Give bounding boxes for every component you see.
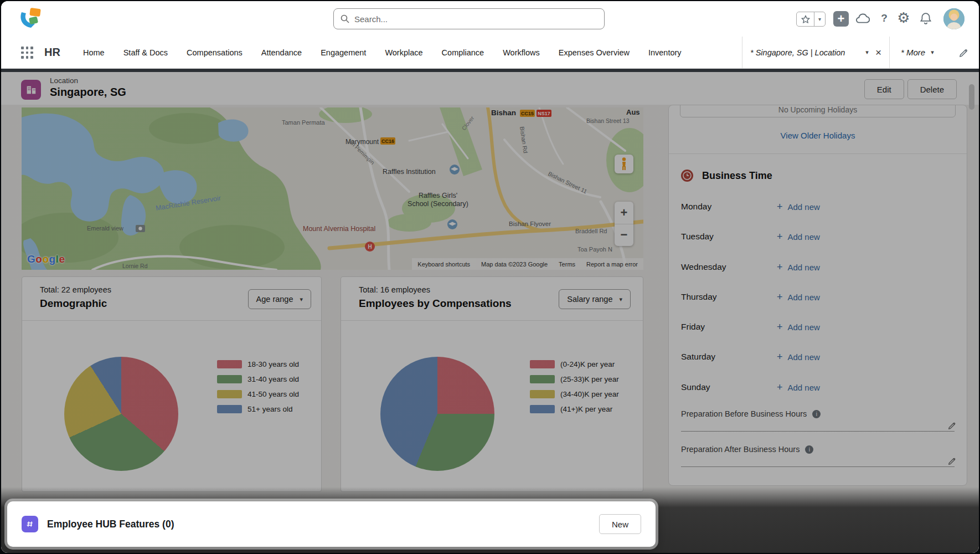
favorites-dropdown-icon[interactable]: ▾: [814, 12, 825, 26]
tab-compliance[interactable]: Compliance: [442, 48, 484, 57]
legend-label: (41+)K per year: [560, 405, 612, 413]
day-row-sunday: Sunday +Add new: [681, 381, 955, 393]
business-time-panel: No Upcoming Holidays View Older Holidays…: [668, 105, 967, 486]
map-label: Mount Alvernia Hospital: [303, 225, 375, 233]
legend-label: (34-40)K per year: [560, 390, 619, 398]
add-new-friday[interactable]: +Add new: [777, 322, 820, 332]
tab-dropdown-chevron-icon[interactable]: ▾: [865, 49, 869, 56]
add-new-thursday[interactable]: +Add new: [777, 292, 820, 302]
map-label: Bishan: [491, 109, 516, 117]
tab-workflows[interactable]: Workflows: [503, 48, 540, 57]
compensation-chart-card: Total: 16 employees Employees by Compens…: [341, 276, 643, 492]
record-type-label: Location: [50, 76, 126, 85]
chevron-down-icon: ▾: [300, 296, 303, 303]
map-label: Raffles Institution: [383, 168, 436, 176]
app-launcher-icon[interactable]: [21, 47, 34, 59]
map-road-label: Bishan Street 13: [586, 117, 630, 124]
tab-compensations[interactable]: Compensations: [187, 48, 243, 57]
prep-after-field[interactable]: [681, 466, 955, 467]
school-icon[interactable]: [450, 165, 460, 175]
legend-label: (0-24)K per year: [560, 360, 615, 368]
favorite-star-icon[interactable]: [797, 12, 814, 26]
global-header: ▾ + ? ⚙: [1, 1, 979, 37]
day-row-saturday: Saturday +Add new: [681, 351, 955, 363]
nav-tabs: Home Staff & Docs Compensations Attendan…: [83, 37, 682, 68]
app-logo-icon[interactable]: [18, 7, 43, 30]
report-map-error-link[interactable]: Report a map error: [586, 261, 638, 268]
add-new-sunday[interactable]: +Add new: [777, 382, 820, 392]
tab-attendance[interactable]: Attendance: [261, 48, 302, 57]
tab-engagement[interactable]: Engagement: [321, 48, 366, 57]
more-tabs-menu[interactable]: * More ▾: [901, 37, 934, 68]
google-map[interactable]: Taman Permata Clover Marymount Jln Pemim…: [22, 107, 643, 270]
app-name: HR: [44, 37, 60, 68]
edit-navigation-pencil-icon[interactable]: [959, 48, 969, 58]
plus-icon: +: [777, 382, 783, 392]
notifications-bell-icon[interactable]: [918, 11, 933, 25]
legend-swatch: [217, 360, 242, 368]
setup-gear-icon[interactable]: ⚙: [895, 8, 912, 27]
salary-range-dropdown[interactable]: Salary range ▾: [559, 289, 631, 309]
edit-pencil-icon[interactable]: [948, 421, 957, 430]
location-building-icon: [21, 80, 41, 100]
cc15-badge: CC15: [521, 111, 534, 116]
hospital-icon[interactable]: H: [365, 242, 375, 252]
info-icon[interactable]: i: [805, 445, 813, 454]
new-button[interactable]: New: [599, 514, 641, 534]
add-new-wednesday[interactable]: +Add new: [777, 262, 820, 272]
business-time-clock-icon: [680, 168, 694, 183]
street-view-pegman-icon[interactable]: [615, 155, 633, 173]
google-logo[interactable]: Google: [27, 253, 65, 265]
school-icon[interactable]: [447, 219, 457, 229]
page-title: Singapore, SG: [50, 86, 126, 99]
search-input[interactable]: [354, 14, 597, 24]
plus-icon: +: [777, 292, 783, 302]
day-row-monday: Monday +Add new: [681, 201, 955, 213]
legend-swatch: [217, 390, 242, 398]
edit-button[interactable]: Edit: [864, 79, 904, 99]
zoom-out-button[interactable]: −: [615, 224, 633, 247]
delete-button[interactable]: Delete: [907, 79, 957, 99]
add-new-monday[interactable]: +Add new: [777, 202, 820, 212]
tab-home[interactable]: Home: [83, 48, 105, 57]
user-avatar[interactable]: [943, 8, 964, 29]
cloud-icon[interactable]: [854, 13, 871, 25]
view-older-holidays-link[interactable]: View Older Holidays: [669, 131, 967, 140]
map-label: Braddell Rd: [575, 228, 607, 234]
age-range-dropdown[interactable]: Age range ▾: [248, 289, 311, 309]
tab-expenses-overview[interactable]: Expenses Overview: [559, 48, 630, 57]
day-row-friday: Friday +Add new: [681, 321, 955, 333]
demographic-title: Demographic: [40, 297, 107, 310]
info-icon[interactable]: i: [812, 410, 821, 418]
compensation-legend: (0-24)K per year (25-33)K per year (34-4…: [530, 359, 619, 419]
add-new-tuesday[interactable]: +Add new: [777, 232, 820, 242]
global-actions-plus-icon[interactable]: +: [833, 11, 849, 27]
tab-singapore-location-active[interactable]: * Singapore, SG | Location ▾ ×: [742, 37, 890, 68]
map-data-credit: Map data ©2023 Google: [481, 261, 548, 268]
legend-swatch: [217, 375, 242, 383]
map-label: Raffles Girls': [419, 192, 457, 199]
active-tab-label: * Singapore, SG | Location: [750, 48, 859, 57]
scrollbar-thumb[interactable]: [969, 84, 974, 110]
camera-viewpoint-icon[interactable]: [136, 225, 145, 232]
app-navigation: HR Home Staff & Docs Compensations Atten…: [1, 37, 979, 69]
edit-pencil-icon[interactable]: [948, 456, 957, 465]
tab-workplace[interactable]: Workplace: [385, 48, 422, 57]
more-label: * More: [901, 48, 925, 57]
zoom-in-button[interactable]: +: [615, 202, 633, 224]
no-upcoming-holidays-box: No Upcoming Holidays: [680, 105, 956, 117]
add-new-saturday[interactable]: +Add new: [777, 352, 820, 362]
prep-before-field[interactable]: [681, 431, 955, 432]
record-header: Location Singapore, SG Edit Delete: [1, 69, 979, 105]
map-label: Taman Permata: [282, 119, 326, 126]
help-icon[interactable]: ?: [877, 11, 891, 26]
plus-icon: +: [777, 232, 783, 242]
keyboard-shortcuts-link[interactable]: Keyboard shortcuts: [417, 261, 470, 268]
terms-link[interactable]: Terms: [559, 261, 575, 268]
legend-swatch: [530, 360, 555, 368]
tab-close-icon[interactable]: ×: [875, 47, 881, 58]
search-icon: [341, 14, 349, 23]
demographic-pie-chart: [64, 357, 178, 471]
tab-inventory[interactable]: Inventory: [648, 48, 682, 57]
tab-staff-docs[interactable]: Staff & Docs: [123, 48, 168, 57]
